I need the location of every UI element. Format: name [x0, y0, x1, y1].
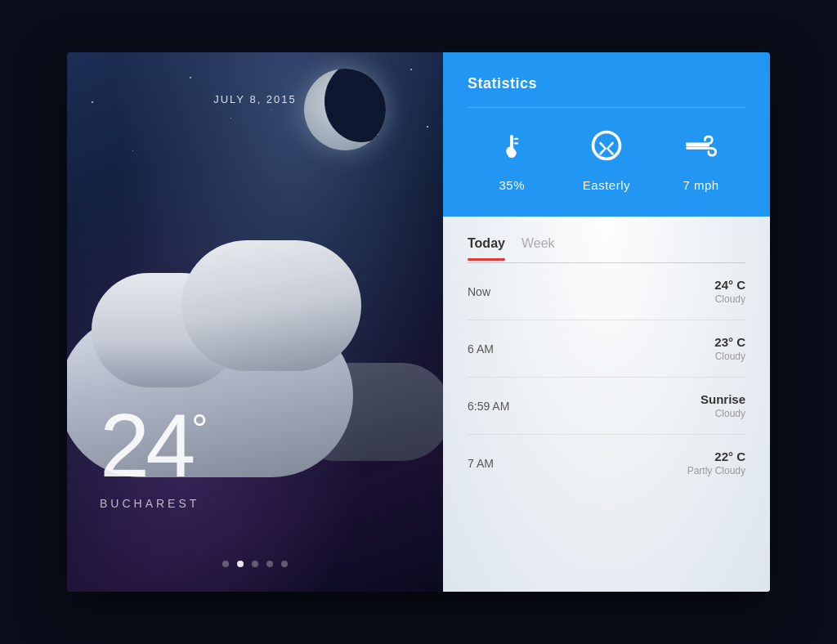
temperature-display: 24 ° BUCHAREST — [100, 400, 208, 510]
forecast-temp-6am: 23° C — [714, 335, 745, 349]
date-label: JULY 8, 2015 — [213, 93, 297, 105]
forecast-time-sunrise: 6:59 AM — [468, 400, 525, 413]
forecast-condition-now: Cloudy — [714, 293, 745, 305]
dot-1[interactable] — [222, 561, 229, 567]
forecast-condition-7am: Partly Cloudy — [687, 465, 745, 476]
pagination-dots — [67, 561, 443, 567]
tab-bar: Today Week — [468, 217, 745, 259]
stats-section: Statistics 35% — [443, 52, 770, 217]
svg-point-1 — [508, 149, 517, 158]
forecast-right-now: 24° C Cloudy — [714, 278, 745, 305]
forecast-temp-sunrise: Sunrise — [700, 392, 745, 406]
stats-row: 35% Easterly — [468, 127, 745, 192]
wind-icon — [683, 127, 719, 168]
forecast-right-6am: 23° C Cloudy — [714, 335, 745, 362]
forecast-time-6am: 6 AM — [468, 342, 525, 356]
svg-rect-2 — [514, 138, 519, 140]
forecast-right-sunrise: Sunrise Cloudy — [700, 392, 745, 419]
temp-number: 24 — [100, 400, 191, 490]
wind-speed-value: 7 mph — [683, 178, 719, 192]
stats-title: Statistics — [468, 75, 745, 92]
left-panel: JULY 8, 2015 24 ° BUCHAREST — [67, 52, 443, 592]
svg-rect-0 — [510, 135, 513, 150]
forecast-temp-now: 24° C — [714, 278, 745, 292]
forecast-row-now: Now 24° C Cloudy — [468, 263, 745, 320]
city-name: BUCHAREST — [100, 497, 208, 510]
weather-widget: JULY 8, 2015 24 ° BUCHAREST — [67, 52, 770, 592]
forecast-right-7am: 22° C Partly Cloudy — [687, 449, 745, 476]
svg-rect-3 — [514, 142, 519, 144]
forecast-time-7am: 7 AM — [468, 457, 525, 470]
dot-2[interactable] — [237, 561, 244, 567]
thermometer-icon — [494, 127, 530, 168]
forecast-time-now: Now — [468, 285, 525, 298]
temp-degree: ° — [191, 409, 208, 449]
dot-4[interactable] — [266, 561, 273, 567]
stats-divider — [468, 107, 745, 108]
tab-today[interactable]: Today — [468, 236, 505, 259]
forecast-row-7am: 7 AM 22° C Partly Cloudy — [468, 435, 745, 491]
forecast-condition-sunrise: Cloudy — [700, 408, 745, 419]
stat-wind-direction: Easterly — [583, 127, 630, 192]
stat-wind-speed: 7 mph — [683, 127, 719, 192]
moon — [304, 69, 386, 150]
forecast-section: Today Week Now 24° C Cloudy 6 AM 23° C — [443, 217, 770, 592]
humidity-value: 35% — [499, 178, 526, 192]
forecast-condition-6am: Cloudy — [714, 351, 745, 362]
stat-humidity: 35% — [494, 127, 530, 192]
right-panel: Statistics 35% — [443, 52, 770, 592]
forecast-row-sunrise: 6:59 AM Sunrise Cloudy — [468, 378, 745, 435]
dot-3[interactable] — [252, 561, 258, 567]
compass-icon — [589, 127, 624, 168]
dot-5[interactable] — [281, 561, 288, 567]
tab-week[interactable]: Week — [521, 236, 555, 259]
forecast-row-6am: 6 AM 23° C Cloudy — [468, 320, 745, 378]
forecast-temp-7am: 22° C — [687, 449, 745, 463]
wind-direction-value: Easterly — [583, 178, 630, 192]
